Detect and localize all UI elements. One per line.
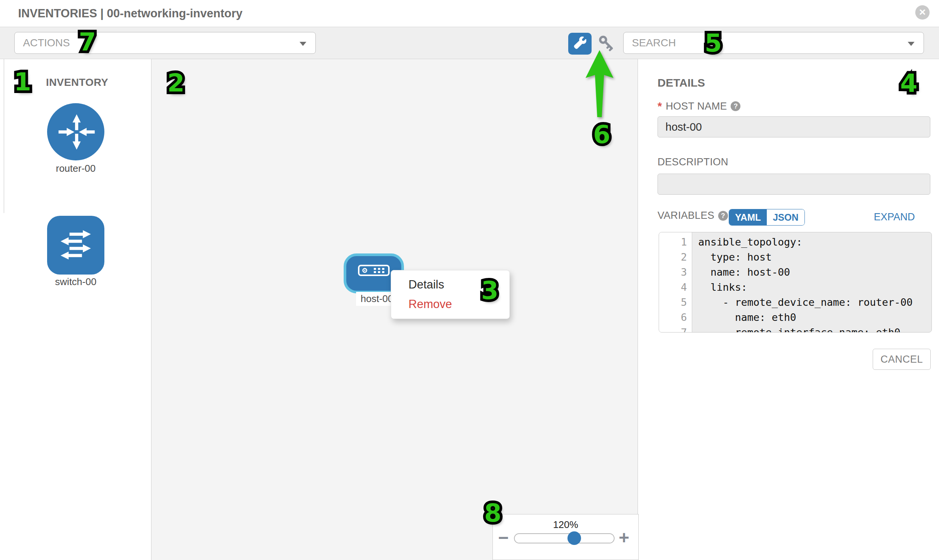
line-text: name: host-00 [692,265,931,280]
annotation-4-number: 4 [900,69,917,98]
code-line: 5 - remote_device_name: router-00 [659,295,931,310]
code-rows: 1 ansible_topology: 2 type: host 3 name:… [659,232,931,332]
variables-label: VARIABLES [657,210,714,222]
code-line: 4 links: [659,280,931,295]
line-number: 2 [659,250,692,265]
chevron-down-icon [908,42,914,46]
router-icon [53,108,98,155]
tab-yaml[interactable]: YAML [729,209,767,225]
zoom-control-panel: 120% − + [492,514,639,560]
code-line: 1 ansible_topology: [659,235,931,250]
help-icon[interactable]: ? [718,211,728,221]
switch-icon [54,222,98,268]
line-number: 1 [659,235,692,250]
annotation-8-number: 8 [484,498,501,528]
topology-canvas[interactable]: host-00 Details Remove 120% − + [151,59,638,560]
description-input[interactable] [657,174,930,195]
help-glyph: ? [734,102,738,110]
inventory-topology-app: INVENTORIES | 00-networking-inventory × … [0,0,939,560]
code-line: 3 name: host-00 [659,265,931,280]
annotation-8: 8 8 [484,501,501,526]
zoom-out-button[interactable]: − [498,529,509,547]
required-asterisk: * [657,100,662,112]
line-number: 4 [659,280,692,295]
code-line: 2 type: host [659,250,931,265]
variables-row: VARIABLES ? YAML JSON EXPAND [657,210,930,227]
line-text: type: host [692,250,931,265]
code-line: 6 name: eth0 [659,310,931,325]
line-text: - remote_device_name: router-00 [692,295,931,310]
actions-dropdown-label: ACTIONS [23,37,70,49]
annotation-arrow-up-icon [585,49,614,119]
help-glyph: ? [721,212,725,220]
help-icon[interactable]: ? [731,101,740,111]
annotation-2-number: 2 [167,69,185,97]
close-icon[interactable]: × [915,5,930,20]
line-number: 5 [659,295,692,310]
host-name-label: HOST NAME [666,100,727,112]
line-text: links: [692,280,931,295]
zoom-in-button[interactable]: + [619,529,629,547]
close-glyph: × [919,6,926,18]
annotation-2: 2 2 [167,71,185,95]
sidebar-heading: INVENTORY [46,77,108,89]
actions-dropdown[interactable]: ACTIONS [14,32,316,54]
sidebar-edge-line [4,59,4,213]
annotation-3: 3 3 [481,278,498,303]
page-title: INVENTORIES | 00-networking-inventory [18,7,242,20]
description-label-row: DESCRIPTION [657,156,728,168]
host-name-input[interactable] [657,116,930,137]
zoom-slider-track[interactable] [514,533,615,543]
expand-link[interactable]: EXPAND [874,211,915,223]
cancel-button[interactable]: CANCEL [873,349,931,370]
variables-format-toggle: YAML JSON [729,209,805,226]
palette-item-router-label: router-00 [19,163,132,174]
annotation-6-number: 6 [593,120,611,149]
annotation-7-number: 7 [79,28,96,57]
details-heading: DETAILS [657,77,705,89]
description-label: DESCRIPTION [657,156,728,168]
host-icon [358,267,390,280]
annotation-6: 6 6 [593,122,611,147]
zoom-slider-thumb[interactable] [567,531,581,545]
tab-json[interactable]: JSON [767,209,805,225]
toolbar: ACTIONS SEARCH [0,27,939,59]
variables-code-editor[interactable]: 1 ansible_topology: 2 type: host 3 name:… [658,232,932,332]
line-number: 6 [659,310,692,325]
search-dropdown-label: SEARCH [632,37,676,49]
annotation-7: 7 7 [79,30,96,55]
annotation-1: 1 1 [14,70,31,94]
line-text: remote_interface_name: eth0 [692,325,931,332]
annotation-1-number: 1 [14,68,31,96]
header-bar: INVENTORIES | 00-networking-inventory × [0,0,939,27]
chevron-down-icon [299,42,306,46]
host-name-label-row: * HOST NAME ? [657,100,740,112]
annotation-5: 5 5 [705,31,722,56]
annotation-4: 4 4 [900,71,917,96]
details-panel: DETAILS * HOST NAME ? DESCRIPTION VARIAB… [638,59,939,560]
inventory-sidebar: INVENTORY router-00 [0,59,151,560]
zoom-level-readout: 120% [493,519,638,531]
wrench-icon [574,37,586,51]
line-number: 7 [659,325,692,332]
annotation-3-number: 3 [481,276,498,305]
line-text: name: eth0 [692,310,931,325]
annotation-5-number: 5 [705,29,722,58]
line-number: 3 [659,265,692,280]
search-dropdown[interactable]: SEARCH [623,32,924,54]
line-text: ansible_topology: [692,235,931,250]
palette-item-router[interactable] [47,103,104,160]
palette-item-switch-label: switch-00 [19,276,132,288]
code-line: 7 remote_interface_name: eth0 [659,325,931,332]
palette-item-switch[interactable] [47,216,104,275]
